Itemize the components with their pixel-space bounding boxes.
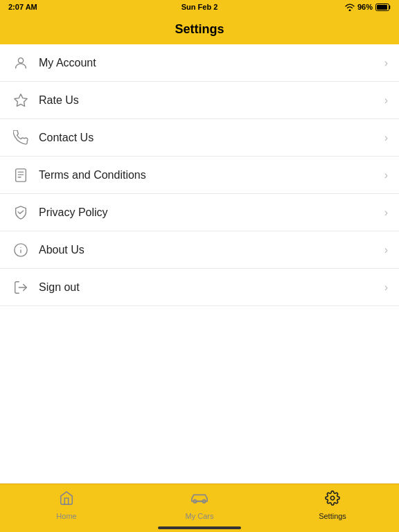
settings-gear-icon xyxy=(325,490,340,509)
page-title: Settings xyxy=(175,22,224,37)
status-right: 96% xyxy=(345,3,391,11)
menu-item-about[interactable]: About Us › xyxy=(0,231,399,269)
chevron-right-icon: › xyxy=(384,169,388,181)
status-bar: 2:07 AM Sun Feb 2 96% xyxy=(0,0,399,14)
privacy-label: Privacy Policy xyxy=(39,206,384,219)
my-account-label: My Account xyxy=(39,57,384,69)
svg-point-17 xyxy=(330,496,335,500)
page-header: Settings xyxy=(0,14,399,44)
tab-bar: Home My Cars Settings xyxy=(0,484,399,532)
menu-item-my-account[interactable]: My Account › xyxy=(0,44,399,82)
chevron-right-icon: › xyxy=(384,94,388,107)
home-tab-label: Home xyxy=(56,512,76,520)
signout-icon xyxy=(11,278,30,297)
battery-percent: 96% xyxy=(357,3,373,11)
document-icon xyxy=(11,166,30,185)
chevron-right-icon: › xyxy=(384,281,388,294)
svg-rect-4 xyxy=(16,168,26,181)
svg-line-9 xyxy=(20,211,24,213)
info-icon xyxy=(11,240,30,260)
tab-home[interactable]: Home xyxy=(0,490,133,520)
status-time: 2:07 AM xyxy=(8,3,37,11)
status-date: Sun Feb 2 xyxy=(181,3,218,11)
terms-label: Terms and Conditions xyxy=(39,169,384,181)
menu-item-contact-us[interactable]: Contact Us › xyxy=(0,119,399,157)
menu-item-terms[interactable]: Terms and Conditions › xyxy=(0,157,399,194)
home-indicator xyxy=(158,526,241,529)
phone-icon xyxy=(11,128,30,148)
menu-item-privacy[interactable]: Privacy Policy › xyxy=(0,194,399,231)
star-icon xyxy=(11,91,30,110)
settings-menu: My Account › Rate Us › Contact Us › xyxy=(0,44,399,484)
tab-my-cars[interactable]: My Cars xyxy=(133,490,266,520)
svg-point-2 xyxy=(18,57,23,62)
shield-icon xyxy=(11,203,30,222)
car-icon xyxy=(190,490,209,509)
chevron-right-icon: › xyxy=(384,57,388,69)
menu-item-rate-us[interactable]: Rate Us › xyxy=(0,82,399,119)
settings-tab-label: Settings xyxy=(319,512,346,520)
about-label: About Us xyxy=(39,244,384,256)
my-cars-tab-label: My Cars xyxy=(186,512,214,520)
svg-rect-1 xyxy=(377,5,387,10)
chevron-right-icon: › xyxy=(384,244,388,256)
home-icon xyxy=(59,490,74,509)
wifi-icon xyxy=(345,3,355,11)
signout-label: Sign out xyxy=(39,281,384,294)
chevron-right-icon: › xyxy=(384,132,388,144)
contact-us-label: Contact Us xyxy=(39,132,384,144)
person-icon xyxy=(11,53,30,73)
tab-settings[interactable]: Settings xyxy=(266,490,399,520)
battery-icon xyxy=(375,3,391,11)
menu-item-signout[interactable]: Sign out › xyxy=(0,269,399,306)
chevron-right-icon: › xyxy=(384,206,388,219)
rate-us-label: Rate Us xyxy=(39,94,384,107)
svg-marker-3 xyxy=(15,94,27,105)
